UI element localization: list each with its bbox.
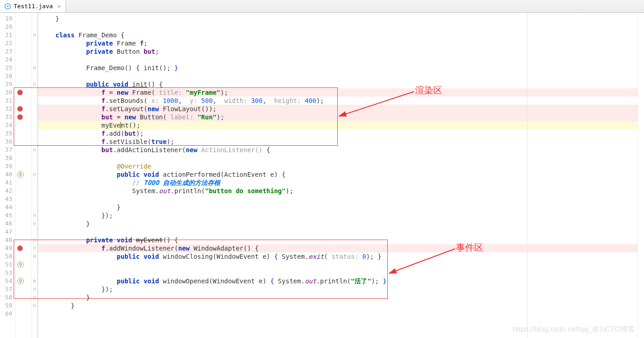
gutter-cell[interactable]: O	[15, 261, 31, 269]
breakpoint-gutter[interactable]: OOO	[15, 13, 32, 338]
code-area[interactable]: } class Frame_Demo { private Frame f; pr…	[38, 13, 638, 338]
gutter-cell[interactable]	[15, 129, 31, 138]
tab-test11-java[interactable]: Test11.java ×	[0, 0, 66, 12]
gutter-cell[interactable]	[15, 269, 31, 277]
fold-handle[interactable]: ⊟	[32, 285, 37, 293]
fold-handle[interactable]: ⊟	[32, 170, 37, 179]
code-line[interactable]: f = new Frame( title: "myFrame");	[38, 88, 638, 97]
gutter-cell[interactable]	[15, 105, 31, 113]
gutter-cell[interactable]	[15, 228, 31, 236]
code-line[interactable]: });	[38, 285, 638, 293]
fold-handle[interactable]	[32, 310, 37, 318]
code-line[interactable]: class Frame_Demo {	[38, 31, 638, 39]
fold-handle[interactable]	[32, 113, 37, 121]
code-line[interactable]: f.setBounds( x: 1000, y: 500, width: 300…	[38, 97, 638, 105]
gutter-cell[interactable]	[15, 56, 31, 64]
code-line[interactable]	[38, 56, 638, 64]
fold-handle[interactable]	[32, 39, 37, 47]
fold-handle[interactable]: ⊟	[32, 244, 37, 252]
gutter-cell[interactable]	[15, 31, 31, 39]
override-icon[interactable]: O	[17, 171, 24, 178]
fold-handle[interactable]	[32, 121, 37, 129]
code-line[interactable]: });	[38, 211, 638, 220]
gutter-cell[interactable]	[15, 23, 31, 31]
fold-handle[interactable]	[32, 228, 37, 236]
gutter-cell[interactable]	[15, 179, 31, 187]
code-line[interactable]: but = new Button( label: "Run");	[38, 113, 638, 121]
gutter-cell[interactable]	[15, 195, 31, 203]
code-line[interactable]: f.setLayout(new FlowLayout());	[38, 105, 638, 113]
fold-handle[interactable]	[32, 15, 37, 23]
code-line[interactable]: public void windowOpened(WindowEvent e) …	[38, 277, 638, 285]
override-icon[interactable]: O	[17, 278, 24, 284]
fold-handle[interactable]	[32, 56, 37, 64]
fold-handle[interactable]: ⊞	[32, 252, 37, 261]
code-line[interactable]: public void windowClosing(WindowEvent e)…	[38, 252, 638, 261]
fold-handle[interactable]: ⊟	[32, 211, 37, 220]
close-icon[interactable]: ×	[57, 3, 61, 10]
code-line[interactable]	[38, 261, 638, 269]
code-line[interactable]: }	[38, 293, 638, 302]
gutter-cell[interactable]	[15, 285, 31, 293]
code-line[interactable]	[38, 23, 638, 31]
gutter-cell[interactable]	[15, 220, 31, 228]
fold-gutter[interactable]: ⊟⊞⊟⊟⊟⊟⊟⊟⊟⊞⊞⊟⊟⊟	[32, 13, 38, 338]
gutter-cell[interactable]	[15, 97, 31, 105]
fold-handle[interactable]	[32, 195, 37, 203]
fold-handle[interactable]	[32, 23, 37, 31]
fold-handle[interactable]: ⊟	[32, 293, 37, 302]
fold-handle[interactable]	[32, 88, 37, 97]
gutter-cell[interactable]: O	[15, 277, 31, 285]
fold-handle[interactable]: ⊟	[32, 80, 37, 88]
fold-handle[interactable]	[32, 162, 37, 170]
code-line[interactable]: @Override	[38, 162, 638, 170]
breakpoint-icon[interactable]	[17, 90, 23, 95]
fold-handle[interactable]	[32, 203, 37, 211]
code-line[interactable]	[38, 195, 638, 203]
code-line[interactable]: Frame_Demo() { init(); }	[38, 64, 638, 72]
fold-handle[interactable]	[32, 105, 37, 113]
gutter-cell[interactable]	[15, 72, 31, 80]
code-line[interactable]: private Button but;	[38, 47, 638, 56]
fold-handle[interactable]	[32, 179, 37, 187]
gutter-cell[interactable]	[15, 15, 31, 23]
fold-handle[interactable]	[32, 47, 37, 56]
fold-handle[interactable]	[32, 187, 37, 195]
gutter-cell[interactable]	[15, 211, 31, 220]
gutter-cell[interactable]	[15, 138, 31, 146]
code-line[interactable]	[38, 72, 638, 80]
gutter-cell[interactable]	[15, 47, 31, 56]
code-line[interactable]: myEvent();	[38, 121, 638, 129]
fold-handle[interactable]: ⊟	[32, 146, 37, 154]
fold-handle[interactable]: ⊟	[32, 31, 37, 39]
gutter-cell[interactable]	[15, 88, 31, 97]
gutter-cell[interactable]	[15, 236, 31, 244]
gutter-cell[interactable]	[15, 203, 31, 211]
code-line[interactable]: System.out.println("button do something"…	[38, 187, 638, 195]
error-stripe[interactable]	[638, 13, 644, 338]
override-icon[interactable]: O	[17, 261, 24, 268]
gutter-cell[interactable]	[15, 252, 31, 261]
fold-handle[interactable]: ⊞	[32, 64, 37, 72]
gutter-cell[interactable]	[15, 162, 31, 170]
code-line[interactable]: private void myEvent() {	[38, 236, 638, 244]
gutter-cell[interactable]	[15, 244, 31, 252]
fold-handle[interactable]	[32, 269, 37, 277]
gutter-cell[interactable]	[15, 310, 31, 318]
code-line[interactable]: }	[38, 203, 638, 211]
code-line[interactable]: f.addWindowListener(new WindowAdapter() …	[38, 244, 638, 252]
fold-handle[interactable]: ⊟	[32, 302, 37, 310]
code-line[interactable]: f.setVisible(true);	[38, 138, 638, 146]
code-line[interactable]: }	[38, 15, 638, 23]
fold-handle[interactable]	[32, 72, 37, 80]
code-line[interactable]	[38, 310, 638, 318]
gutter-cell[interactable]	[15, 121, 31, 129]
fold-handle[interactable]	[32, 138, 37, 146]
breakpoint-icon[interactable]	[17, 106, 23, 112]
gutter-cell[interactable]	[15, 39, 31, 47]
code-line[interactable]	[38, 228, 638, 236]
breakpoint-icon[interactable]	[17, 246, 23, 251]
code-line[interactable]: but.addActionListener(new ActionListener…	[38, 146, 638, 154]
gutter-cell[interactable]	[15, 187, 31, 195]
fold-handle[interactable]	[32, 154, 37, 162]
